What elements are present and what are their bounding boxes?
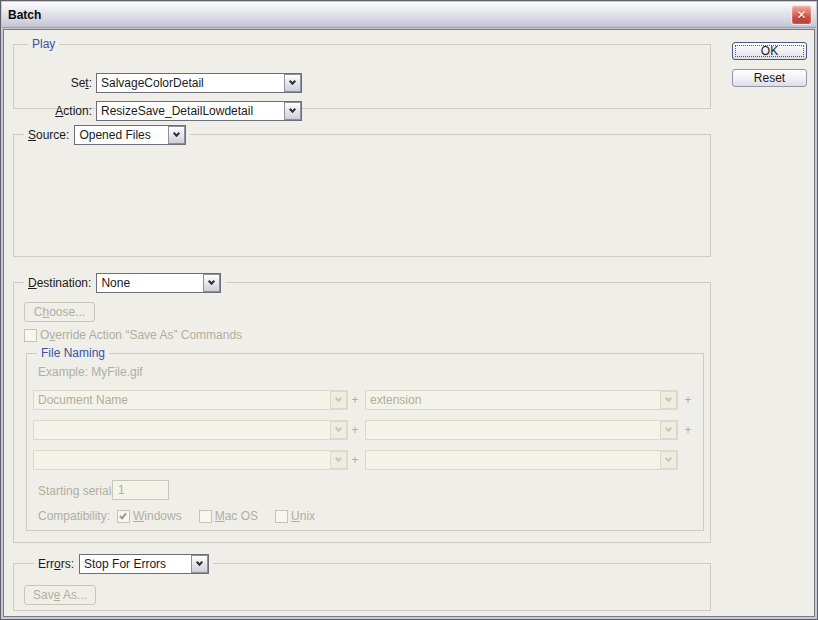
serial-input [112,480,169,500]
plus-sign: + [350,390,360,411]
chevron-down-icon [168,126,185,144]
windows-label: Windows [133,509,182,523]
errors-value: Stop For Errors [84,555,191,573]
chevron-down-icon [203,274,220,292]
chevron-down-icon [330,391,347,409]
example-text: Example: MyFile.gif [38,365,143,379]
macos-label: Mac OS [215,509,258,523]
source-select[interactable]: Opened Files [74,125,186,145]
plus-sign: + [350,450,360,471]
batch-dialog: Batch ✕ Play Set: SalvageColorDetail Act… [0,0,818,620]
serial-label: Starting serial#: [38,484,121,498]
filename-part-select [365,450,678,470]
unix-label: Unix [291,509,315,523]
filename-part-value: extension [370,391,660,409]
close-icon: ✕ [796,9,806,21]
plus-sign: + [683,390,693,411]
errors-group: Errors: Stop For Errors Save As... [13,563,711,611]
plus-sign: + [683,420,693,441]
reset-button[interactable]: Reset [732,69,807,87]
chevron-down-icon [660,391,677,409]
destination-label: Destination: [28,276,91,290]
filename-part-select [33,420,348,440]
chevron-down-icon [284,102,301,120]
action-value: ResizeSave_DetailLowdetail [101,102,284,120]
destination-select[interactable]: None [96,273,221,293]
save-as-button: Save As... [24,585,96,605]
choose-button: Choose... [24,302,95,322]
chevron-down-icon [330,421,347,439]
windows-checkbox [117,510,130,523]
action-select[interactable]: ResizeSave_DetailLowdetail [96,101,302,121]
destination-group: Destination: None Choose... Override Act… [13,282,711,543]
source-label: Source: [28,128,69,142]
errors-label: Errors: [38,557,74,571]
dialog-body: Play Set: SalvageColorDetail Action: Res… [3,29,815,617]
compatibility-label: Compatibility: [38,509,117,523]
plus-sign: + [350,420,360,441]
source-value: Opened Files [79,126,168,144]
chevron-down-icon [284,74,301,92]
set-value: SalvageColorDetail [101,74,284,92]
chevron-down-icon [191,555,208,573]
filename-part-select: extension [365,390,678,410]
source-group: Source: Opened Files [13,134,711,257]
chevron-down-icon [330,451,347,469]
errors-select[interactable]: Stop For Errors [79,554,209,574]
window-title: Batch [2,8,41,22]
title-bar[interactable]: Batch ✕ [2,2,816,28]
macos-checkbox [199,510,212,523]
chevron-down-icon [660,421,677,439]
action-label: Action: [28,101,92,121]
file-naming-group: File Naming Example: MyFile.gif Document… [26,353,704,531]
override-row: Override Action “Save As” Commands [24,328,242,342]
file-naming-caption: File Naming [37,346,109,360]
filename-part-select [365,420,678,440]
ok-button[interactable]: OK [732,42,807,60]
filename-part-select [33,450,348,470]
override-label: Override Action “Save As” Commands [40,328,242,342]
unix-checkbox [275,510,288,523]
play-caption: Play [28,37,59,51]
filename-part-value: Document Name [38,391,330,409]
play-group: Play Set: SalvageColorDetail Action: Res… [13,44,711,109]
set-label: Set: [28,73,92,93]
override-checkbox [24,329,37,342]
filename-part-select: Document Name [33,390,348,410]
set-select[interactable]: SalvageColorDetail [96,73,302,93]
check-icon [119,511,127,519]
chevron-down-icon [660,451,677,469]
destination-value: None [101,274,203,292]
close-button[interactable]: ✕ [791,5,812,25]
compatibility-row: Compatibility: Windows Mac OS Unix [38,509,315,523]
